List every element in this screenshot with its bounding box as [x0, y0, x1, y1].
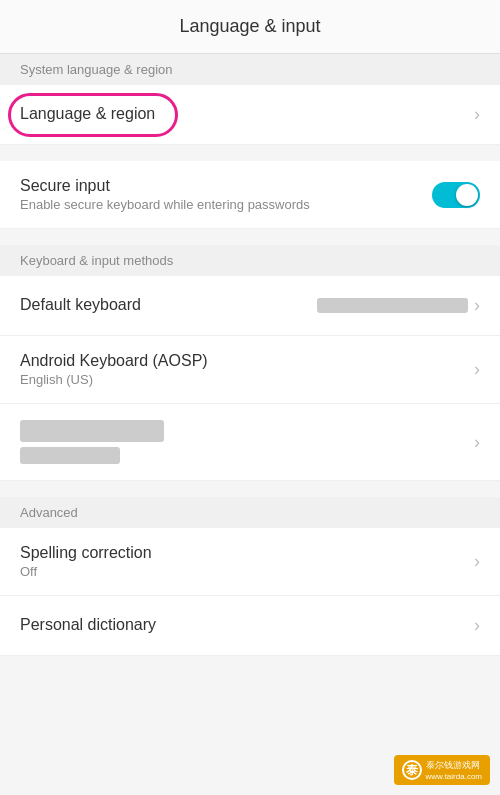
section-advanced: Advanced: [0, 497, 500, 528]
spelling-correction-title: Spelling correction: [20, 544, 474, 562]
watermark-icon: 泰: [402, 760, 422, 780]
list-item-android-keyboard[interactable]: Android Keyboard (AOSP) English (US) ›: [0, 336, 500, 404]
watermark-text: 泰尔钱游戏网 www.tairda.com: [426, 759, 482, 781]
list-item-default-keyboard[interactable]: Default keyboard Chinese Cantonese Input…: [0, 276, 500, 336]
spacer-3: [0, 481, 500, 497]
list-item-spelling-correction[interactable]: Spelling correction Off ›: [0, 528, 500, 596]
chevron-icon: ›: [474, 359, 480, 380]
default-keyboard-value: Chinese Cantonese Input: [317, 298, 468, 313]
toggle-switch[interactable]: [432, 182, 480, 208]
blurred-content: ████████████ ██████████: [20, 420, 474, 464]
section-system-language: System language & region: [0, 54, 500, 85]
personal-dictionary-content: Personal dictionary: [20, 616, 474, 636]
secure-input-title: Secure input: [20, 177, 432, 195]
android-keyboard-title: Android Keyboard (AOSP): [20, 352, 474, 370]
chevron-icon: ›: [474, 615, 480, 636]
page-title: Language & input: [179, 16, 320, 36]
personal-dictionary-title: Personal dictionary: [20, 616, 474, 634]
chevron-icon: ›: [474, 432, 480, 453]
toggle-knob: [456, 184, 478, 206]
default-keyboard-title: Default keyboard: [20, 296, 317, 314]
android-keyboard-content: Android Keyboard (AOSP) English (US): [20, 352, 474, 387]
language-region-title: Language & region: [20, 105, 474, 123]
spelling-correction-subtitle: Off: [20, 564, 474, 579]
chevron-icon: ›: [474, 551, 480, 572]
spacer-2: [0, 229, 500, 245]
list-item-language-region[interactable]: Language & region ›: [0, 85, 500, 145]
default-keyboard-content: Default keyboard: [20, 296, 317, 316]
secure-input-subtitle: Enable secure keyboard while entering pa…: [20, 197, 432, 212]
spelling-correction-content: Spelling correction Off: [20, 544, 474, 579]
list-item-blurred[interactable]: ████████████ ██████████ ›: [0, 404, 500, 481]
language-region-content: Language & region: [20, 105, 474, 125]
blurred-subtitle: ██████████: [20, 444, 474, 464]
chevron-icon: ›: [474, 295, 480, 316]
secure-input-content: Secure input Enable secure keyboard whil…: [20, 177, 432, 212]
list-item-secure-input[interactable]: Secure input Enable secure keyboard whil…: [0, 161, 500, 229]
spacer-1: [0, 145, 500, 161]
watermark: 泰 泰尔钱游戏网 www.tairda.com: [394, 755, 490, 785]
blurred-title: ████████████: [20, 420, 474, 442]
secure-input-toggle[interactable]: [432, 182, 480, 208]
list-item-personal-dictionary[interactable]: Personal dictionary ›: [0, 596, 500, 656]
section-keyboard: Keyboard & input methods: [0, 245, 500, 276]
page-header: Language & input: [0, 0, 500, 54]
android-keyboard-subtitle: English (US): [20, 372, 474, 387]
chevron-icon: ›: [474, 104, 480, 125]
